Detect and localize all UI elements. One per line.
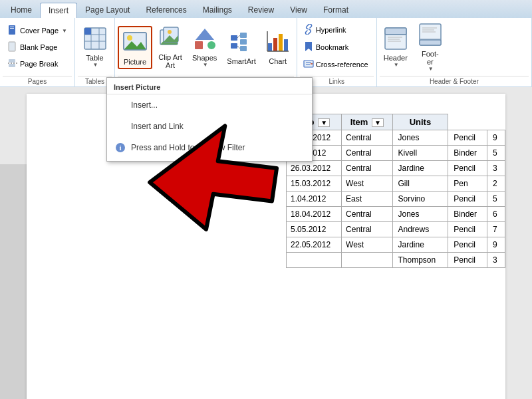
- table-cell: Pencil: [448, 253, 487, 268]
- cover-page-button[interactable]: Cover Page ▼: [3, 23, 72, 39]
- cell-date: 22.05.2012: [287, 237, 342, 253]
- hyperlink-button[interactable]: Hyperlink: [300, 22, 372, 38]
- cross-reference-button[interactable]: Cross-reference: [300, 57, 372, 72]
- tab-review[interactable]: Review: [240, 3, 282, 18]
- cell-region: East: [342, 192, 392, 207]
- cross-reference-icon: [303, 59, 314, 70]
- insert-picture-panel: Insert Picture Insert... Insert and Link…: [106, 77, 313, 162]
- table-cell: 2: [487, 176, 505, 192]
- panel-insert-icon: [114, 98, 127, 112]
- ribbon-group-header-footer: Header ▼ Foot-er ▼ He: [377, 18, 532, 86]
- header-icon: [384, 27, 408, 53]
- svg-line-31: [237, 35, 240, 38]
- chart-button[interactable]: Chart: [262, 27, 294, 68]
- shapes-label: Shapes: [192, 54, 217, 62]
- table-row: ThompsonPencil3: [287, 253, 505, 268]
- blank-page-button[interactable]: Blank Page: [3, 39, 72, 55]
- table-row: 18.04.2012CentralJonesBinder6: [287, 207, 505, 222]
- links-buttons: Hyperlink Bookmark: [300, 20, 374, 74]
- footer-dropdown-arrow: ▼: [428, 66, 434, 72]
- header-button[interactable]: Header ▼: [380, 24, 412, 70]
- item-filter-button[interactable]: ▼: [372, 118, 384, 127]
- cell-region: Central: [342, 130, 392, 146]
- table-cell: 5: [487, 146, 505, 161]
- table-cell: Pencil: [448, 192, 487, 207]
- footer-icon: [418, 23, 442, 49]
- tab-format[interactable]: Format: [315, 3, 356, 18]
- svg-rect-50: [420, 40, 441, 45]
- table-cell: Sorvino: [392, 192, 448, 207]
- ribbon-group-illustrations: Picture Clip Art Art: [115, 18, 297, 86]
- panel-item-insert-link[interactable]: Insert and Link: [107, 116, 312, 137]
- header-footer-group-label: Header & Footer: [380, 76, 529, 86]
- table-cell: 9: [487, 130, 505, 146]
- bookmark-button[interactable]: Bookmark: [300, 39, 372, 55]
- footer-button[interactable]: Foot-er ▼: [414, 20, 446, 74]
- cell-region: Central: [342, 161, 392, 176]
- panel-item-preview[interactable]: i Press and Hold to Preview Filter: [107, 137, 312, 158]
- footer-label: Foot-er: [422, 50, 439, 66]
- tab-page-layout[interactable]: Page Layout: [77, 3, 138, 18]
- cell-region: West: [342, 237, 392, 253]
- panel-insert-link-icon: [114, 120, 127, 133]
- picture-icon: [122, 29, 148, 57]
- table-button[interactable]: Table ▼: [79, 24, 111, 70]
- page-break-icon: [7, 58, 18, 70]
- table-cell: Binder: [448, 146, 487, 161]
- panel-preview-icon: i: [114, 141, 127, 154]
- header-footer-buttons: Header ▼ Foot-er ▼: [380, 20, 529, 74]
- picture-button[interactable]: Picture: [118, 26, 152, 69]
- table-cell: Jones: [392, 130, 448, 146]
- table-row: 1.04.2012EastSorvinoPencil5: [287, 192, 505, 207]
- tab-mailings[interactable]: Mailings: [195, 3, 240, 18]
- rep-filter-button[interactable]: ▼: [318, 118, 330, 127]
- table-label: Table: [86, 54, 103, 62]
- blank-page-icon: [7, 41, 18, 53]
- svg-rect-44: [385, 28, 406, 35]
- tab-view[interactable]: View: [282, 3, 315, 18]
- page-break-button[interactable]: Page Break: [3, 56, 72, 72]
- ribbon-tab-bar: Home Insert Page Layout References Maili…: [0, 0, 532, 18]
- document-table: Rep ▼ Item ▼ Units 26.01.2012CentralJone…: [286, 114, 505, 268]
- tab-home[interactable]: Home: [3, 3, 40, 18]
- tab-insert[interactable]: Insert: [40, 3, 77, 18]
- shapes-icon: [193, 27, 217, 53]
- panel-title: Insert Picture: [107, 80, 312, 94]
- cell-date: [287, 253, 342, 268]
- table-cell: Gill: [392, 176, 448, 192]
- clip-art-label: Clip Art Art: [158, 53, 182, 69]
- svg-rect-34: [273, 38, 277, 51]
- ribbon-group-pages: Cover Page ▼ Blank Page Page Break Page: [0, 18, 75, 86]
- table-cell: Jardine: [392, 237, 448, 253]
- smartart-label: SmartArt: [227, 57, 255, 65]
- svg-marker-39: [305, 42, 312, 51]
- svg-text:i: i: [119, 144, 121, 152]
- chart-label: Chart: [269, 57, 287, 65]
- table-cell: Pencil: [448, 237, 487, 253]
- smartart-button[interactable]: SmartArt: [223, 27, 259, 68]
- panel-item-insert[interactable]: Insert...: [107, 94, 312, 116]
- table-cell: 3: [487, 161, 505, 176]
- svg-rect-29: [240, 39, 247, 45]
- svg-rect-5: [9, 64, 15, 67]
- svg-rect-36: [284, 39, 288, 51]
- svg-rect-26: [231, 35, 237, 41]
- tab-references[interactable]: References: [138, 3, 194, 18]
- clip-art-button[interactable]: Clip Art Art: [154, 23, 186, 72]
- svg-marker-23: [196, 29, 214, 40]
- table-cell: 9: [487, 237, 505, 253]
- svg-rect-28: [240, 33, 247, 38]
- cell-region: Central: [342, 222, 392, 237]
- svg-point-14: [127, 35, 132, 41]
- svg-rect-30: [240, 46, 247, 51]
- shapes-dropdown-arrow: ▼: [203, 62, 208, 68]
- shapes-button[interactable]: Shapes ▼: [188, 24, 221, 70]
- table-cell: 3: [487, 253, 505, 268]
- table-icon: [83, 27, 107, 53]
- table-cell: Jardine: [392, 161, 448, 176]
- cover-page-dropdown-arrow: ▼: [62, 28, 67, 34]
- table-cell: Thompson: [392, 253, 448, 268]
- col-header-item: Item ▼: [342, 114, 392, 130]
- cell-date: 5.05.2012: [287, 222, 342, 237]
- cell-region: Central: [342, 207, 392, 222]
